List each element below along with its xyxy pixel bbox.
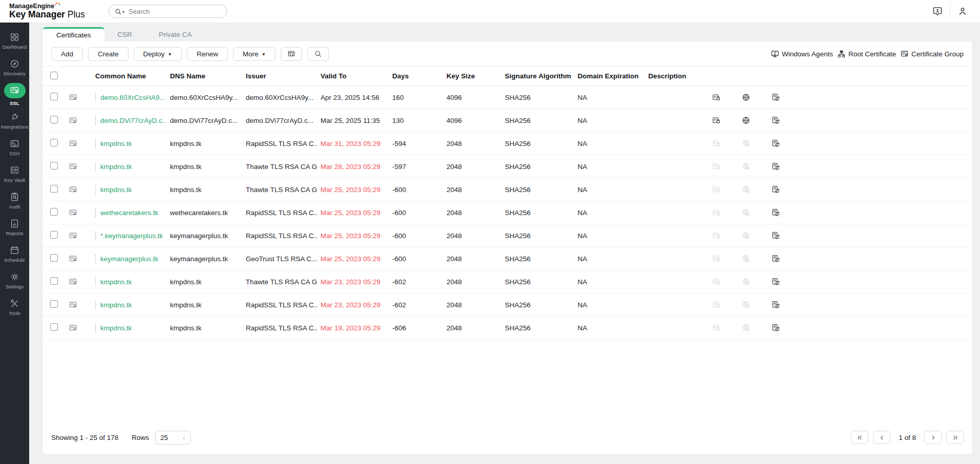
row-checkbox[interactable] [50,231,58,239]
dns-disabled-icon[interactable] [741,208,751,217]
common-name-link[interactable]: demo.DVi77crAyD.c... [95,116,167,125]
user-profile-icon[interactable] [957,6,968,16]
rows-per-page-select[interactable]: 25 ⌄ [155,431,191,445]
certificate-renew-icon[interactable] [771,254,780,263]
column-header-valid-to[interactable]: Valid To [317,67,389,86]
certificate-lock-icon[interactable] [712,323,721,332]
certificate-renew-icon[interactable] [771,185,780,194]
certificate-renew-icon[interactable] [771,300,780,309]
column-header-dns-name[interactable]: DNS Name [167,67,243,86]
dns-disabled-icon[interactable] [741,277,751,286]
dns-disabled-icon[interactable] [741,162,751,171]
sidebar-item-audit[interactable]: Audit [0,187,29,214]
create-button[interactable]: Create [88,47,129,61]
select-all-checkbox[interactable] [50,72,58,79]
sidebar-item-key-vault[interactable]: Key Vault [0,161,29,187]
certificate-lock-icon[interactable] [712,277,721,286]
row-checkbox[interactable] [50,277,58,285]
renew-button[interactable]: Renew [187,47,228,61]
next-page-button[interactable] [924,431,942,444]
sidebar-item-discovery[interactable]: Discovery [0,54,29,81]
sidebar-item-tools[interactable]: Tools [0,294,29,321]
common-name-link[interactable]: *.keymanagerplus.tk [95,231,163,240]
row-checkbox[interactable] [50,300,58,308]
previous-page-button[interactable] [873,431,890,444]
row-checkbox[interactable] [50,254,58,262]
common-name-link[interactable]: kmpdns.tk [95,162,132,171]
search-input[interactable] [129,8,205,15]
column-header-days[interactable]: Days [389,67,443,86]
certificate-lock-icon[interactable] [712,254,721,263]
certificate-lock-icon[interactable] [712,231,721,240]
sidebar-item-reports[interactable]: Reports [0,214,29,241]
certificate-renew-icon[interactable] [771,139,780,148]
deploy-button[interactable]: Deploy▼ [134,47,182,61]
column-header-issuer[interactable]: Issuer [243,67,317,86]
column-header-signature-algorithm[interactable]: Signature Algorithm [502,67,574,86]
common-name-link[interactable]: kmpdns.tk [95,278,132,286]
common-name-link[interactable]: wethecaretakers.tk [95,208,158,217]
row-checkbox[interactable] [50,116,58,123]
dns-globe-icon[interactable]: DNS [741,93,751,102]
column-settings-button[interactable] [281,47,302,61]
row-checkbox[interactable] [50,139,58,146]
common-name-link[interactable]: kmpdns.tk [95,185,132,194]
dns-disabled-icon[interactable] [741,231,751,240]
certificate-lock-icon[interactable] [712,162,721,171]
column-header-common-name[interactable]: Common Name [92,67,167,86]
app-logo[interactable]: ManageEngine Key Manager Plus [0,3,109,19]
sidebar-item-intergrations[interactable]: Intergrations [0,108,29,134]
sidebar-item-schedule[interactable]: Schedule [0,241,29,267]
dns-disabled-icon[interactable] [741,185,751,194]
certificate-lock-icon[interactable] [712,93,721,102]
row-checkbox[interactable] [50,93,58,100]
certificate-lock-icon[interactable] [712,116,721,125]
windows-agents-link[interactable]: Windows Agents [771,50,833,58]
row-checkbox[interactable] [50,162,58,170]
certificate-lock-icon[interactable] [712,208,721,217]
common-name-link[interactable]: kmpdns.tk [95,301,132,309]
search-button[interactable] [307,47,329,61]
certificate-lock-icon[interactable] [712,185,721,194]
dns-disabled-icon[interactable] [741,323,751,332]
dns-disabled-icon[interactable] [741,254,751,263]
certificate-group-link[interactable]: Certificate Group [900,50,964,58]
certificate-renew-icon[interactable] [771,208,780,217]
first-page-button[interactable] [851,431,868,444]
certificate-renew-icon[interactable] [771,277,780,286]
tab-certificates[interactable]: Certificates [43,27,104,41]
row-checkbox[interactable] [50,185,58,193]
certificate-renew-icon[interactable] [771,323,780,332]
agent-notification-icon[interactable] [932,6,943,16]
common-name-link[interactable]: keymanagerplus.tk [95,255,158,263]
dns-disabled-icon[interactable] [741,300,751,309]
root-certificate-link[interactable]: Root Certificate [837,50,896,58]
sidebar-item-settings[interactable]: Settings [0,267,29,294]
global-search[interactable]: ▾ [109,5,227,18]
certificate-renew-icon[interactable] [771,93,780,102]
column-header-domain-expiration[interactable]: Domain Expiration [574,67,645,86]
row-checkbox[interactable] [50,323,58,331]
column-header-key-size[interactable]: Key Size [443,67,502,86]
sidebar-item-ssh[interactable]: SSHSSH [0,134,29,161]
common-name-link[interactable]: demo.60XrCcsHA9... [95,93,165,102]
tab-csr[interactable]: CSR [104,27,146,41]
certificate-renew-icon[interactable] [771,116,780,125]
more-button[interactable]: More▼ [233,47,275,61]
certificate-lock-icon[interactable] [712,139,721,148]
common-name-link[interactable]: kmpdns.tk [95,324,132,332]
common-name-link[interactable]: kmpdns.tk [95,139,132,148]
dns-disabled-icon[interactable] [741,139,751,148]
column-header-description[interactable]: Description [645,67,707,86]
tab-private-ca[interactable]: Private CA [145,27,205,41]
sidebar-item-dashboard[interactable]: Dashboard [0,28,29,54]
dns-globe-icon[interactable]: DNS [741,116,751,125]
sidebar-item-ssl[interactable]: SSL [0,81,29,108]
certificate-lock-icon[interactable] [712,300,721,309]
certificate-renew-icon[interactable] [771,162,780,171]
row-checkbox[interactable] [50,208,58,216]
last-page-button[interactable] [946,431,964,444]
search-scope-caret-icon[interactable]: ▾ [122,10,124,14]
certificate-renew-icon[interactable] [771,231,780,240]
add-button[interactable]: Add [51,47,83,61]
